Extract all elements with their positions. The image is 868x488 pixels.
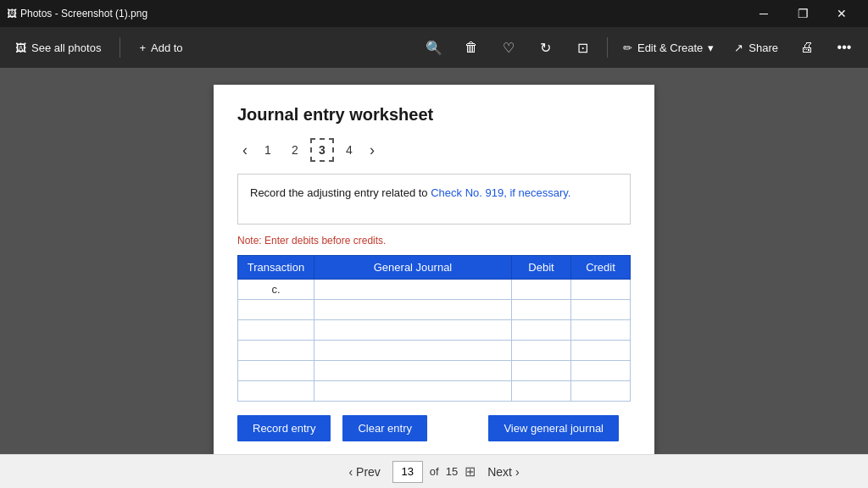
clear-entry-button[interactable]: Clear entry xyxy=(342,415,427,441)
crop-button[interactable]: ⊡ xyxy=(566,30,600,64)
dropdown-icon: ▾ xyxy=(708,42,714,54)
tab-3[interactable]: 3 xyxy=(310,138,334,162)
credit-cell-3[interactable] xyxy=(571,320,631,341)
title-bar-left: 🖼 Photos - Screenshot (1).png xyxy=(7,8,147,19)
tab-4[interactable]: 4 xyxy=(337,138,361,162)
edit-create-button[interactable]: ✏ Edit & Create ▾ xyxy=(615,38,722,58)
table-row: c. xyxy=(238,280,631,300)
debit-cell-3[interactable] xyxy=(512,320,571,341)
debit-input-4[interactable] xyxy=(515,343,567,358)
instruction-text: Record the adjusting entry related to Ch… xyxy=(250,186,570,199)
close-button[interactable]: ✕ xyxy=(822,0,861,27)
debit-input-3[interactable] xyxy=(515,323,567,338)
print-button[interactable]: 🖨 xyxy=(790,30,824,64)
next-arrow-icon: › xyxy=(515,465,520,479)
col-transaction: Transaction xyxy=(238,256,314,280)
share-icon: ↗ xyxy=(734,42,743,54)
more-button[interactable]: ••• xyxy=(827,30,861,64)
debit-cell-2[interactable] xyxy=(512,300,571,320)
tab-1[interactable]: 1 xyxy=(256,138,280,162)
window-title: Photos - Screenshot (1).png xyxy=(20,8,147,19)
transaction-cell-5 xyxy=(238,361,314,381)
prev-arrow-icon: ‹ xyxy=(348,465,353,479)
general-input-1[interactable] xyxy=(318,282,508,297)
record-entry-button[interactable]: Record entry xyxy=(237,415,331,441)
next-label: Next xyxy=(487,465,512,479)
toolbar: 🖼 See all photos + Add to 🔍 🗑 ♡ ↻ ⊡ ✏ Ed… xyxy=(0,27,868,68)
page-navigation: ‹ Prev of 15 ⊞ Next › xyxy=(343,461,524,483)
delete-button[interactable]: 🗑 xyxy=(454,30,488,64)
transaction-cell-4 xyxy=(238,341,314,361)
general-cell-3[interactable] xyxy=(314,320,512,341)
tab-2[interactable]: 2 xyxy=(283,138,307,162)
general-input-3[interactable] xyxy=(318,323,508,338)
table-row xyxy=(238,341,631,361)
document: Journal entry worksheet ‹ 1 2 3 4 › Reco… xyxy=(214,85,654,454)
general-input-6[interactable] xyxy=(318,384,508,399)
general-input-4[interactable] xyxy=(318,343,508,358)
transaction-cell-6 xyxy=(238,381,314,402)
minimize-button[interactable]: ─ xyxy=(744,0,783,27)
title-bar: 🖼 Photos - Screenshot (1).png ─ ❐ ✕ xyxy=(0,0,868,27)
credit-input-3[interactable] xyxy=(575,323,626,338)
zoom-out-button[interactable]: 🔍 xyxy=(417,30,451,64)
prev-label: Prev xyxy=(356,465,381,479)
grid-view-icon[interactable]: ⊞ xyxy=(465,463,476,480)
debit-input-1[interactable] xyxy=(515,282,567,297)
debit-input-5[interactable] xyxy=(515,363,567,379)
credit-input-5[interactable] xyxy=(575,363,626,379)
credit-input-2[interactable] xyxy=(575,302,626,318)
debit-input-2[interactable] xyxy=(515,302,567,318)
credit-cell-6[interactable] xyxy=(571,381,631,402)
general-cell-4[interactable] xyxy=(314,341,512,361)
see-all-photos-button[interactable]: 🖼 See all photos xyxy=(7,38,109,58)
page-total: 15 xyxy=(446,465,458,478)
rotate-button[interactable]: ↻ xyxy=(529,30,563,64)
transaction-cell-2 xyxy=(238,300,314,320)
credit-input-1[interactable] xyxy=(575,282,626,297)
tab-prev-arrow[interactable]: ‹ xyxy=(237,140,253,161)
col-general: General Journal xyxy=(314,256,512,280)
journal-table: Transaction General Journal Debit Credit… xyxy=(237,255,631,402)
credit-cell-5[interactable] xyxy=(571,361,631,381)
table-row xyxy=(238,320,631,341)
next-button[interactable]: Next › xyxy=(482,463,524,480)
debit-cell-5[interactable] xyxy=(512,361,571,381)
favorite-button[interactable]: ♡ xyxy=(492,30,526,64)
general-cell-1[interactable] xyxy=(314,280,512,300)
credit-cell-4[interactable] xyxy=(571,341,631,361)
tab-next-arrow[interactable]: › xyxy=(364,140,380,161)
col-credit: Credit xyxy=(571,256,631,280)
credit-cell-1[interactable] xyxy=(571,280,631,300)
general-cell-6[interactable] xyxy=(314,381,512,402)
debit-cell-6[interactable] xyxy=(512,381,571,402)
page-of-label: of xyxy=(430,465,439,478)
debit-cell-1[interactable] xyxy=(512,280,571,300)
table-row xyxy=(238,300,631,320)
prev-button[interactable]: ‹ Prev xyxy=(343,463,385,480)
col-debit: Debit xyxy=(512,256,571,280)
general-cell-5[interactable] xyxy=(314,361,512,381)
credit-input-4[interactable] xyxy=(575,343,626,358)
debit-cell-4[interactable] xyxy=(512,341,571,361)
main-content: Journal entry worksheet ‹ 1 2 3 4 › Reco… xyxy=(0,68,868,454)
pencil-icon: ✏ xyxy=(623,42,632,54)
add-to-button[interactable]: + Add to xyxy=(131,38,191,58)
table-row xyxy=(238,361,631,381)
note-text: Note: Enter debits before credits. xyxy=(237,235,631,247)
page-input[interactable] xyxy=(392,461,423,483)
instruction-box: Record the adjusting entry related to Ch… xyxy=(237,174,631,225)
general-cell-2[interactable] xyxy=(314,300,512,320)
share-button[interactable]: ↗ Share xyxy=(726,38,787,58)
credit-input-6[interactable] xyxy=(575,384,626,399)
view-general-journal-button[interactable]: View general journal xyxy=(488,415,619,441)
general-input-5[interactable] xyxy=(318,363,508,379)
maximize-button[interactable]: ❐ xyxy=(783,0,822,27)
credit-cell-2[interactable] xyxy=(571,300,631,320)
transaction-cell-1: c. xyxy=(238,280,314,300)
add-icon: + xyxy=(139,42,146,54)
button-row: Record entry Clear entry View general jo… xyxy=(237,415,631,441)
debit-input-6[interactable] xyxy=(515,384,567,399)
app-icon: 🖼 xyxy=(7,8,17,19)
general-input-2[interactable] xyxy=(318,302,508,318)
